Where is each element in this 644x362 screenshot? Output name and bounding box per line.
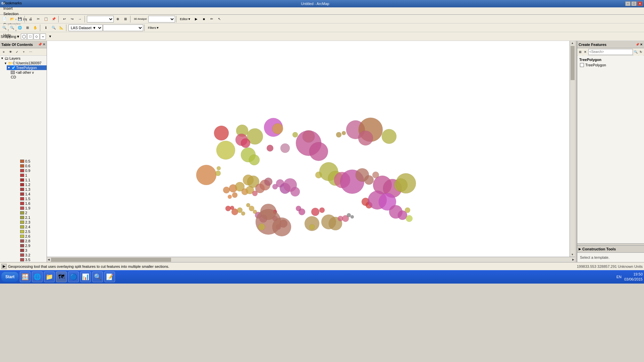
play-button[interactable]: ▶ <box>193 15 200 23</box>
toc-value-1.9[interactable]: 1.9 <box>10 206 47 210</box>
toc-add-layer[interactable]: + <box>21 49 27 55</box>
toc-value-3.2[interactable]: 3.2 <box>10 253 47 257</box>
taskbar-explorer-icon[interactable]: 🪟 <box>20 272 31 282</box>
copy-button[interactable]: 📋 <box>42 15 50 23</box>
identify-button[interactable]: ℹ <box>42 24 50 32</box>
toc-cd-item[interactable]: CD <box>10 75 47 79</box>
map-scrollbar-vertical[interactable]: ▲ ▼ <box>570 41 575 257</box>
toc-value-2.9[interactable]: 2.9 <box>10 243 47 248</box>
toc-all-other[interactable]: <all other v <box>10 70 47 75</box>
minimize-button[interactable]: − <box>625 1 631 6</box>
undo-button[interactable]: ↩ <box>61 15 68 23</box>
redo-button[interactable]: ↪ <box>68 15 76 23</box>
layer-expand[interactable]: ▼ <box>7 66 11 69</box>
snap-btn-4[interactable]: ∘ <box>40 34 46 40</box>
save-button[interactable]: 💾 <box>16 15 23 23</box>
filters-button[interactable]: Filters▼ <box>147 24 160 32</box>
cf-tool-2[interactable]: ✕ <box>583 48 588 56</box>
scroll-left-arrow[interactable]: ◀ <box>47 258 50 261</box>
3d-analyst-dropdown[interactable] <box>148 16 175 22</box>
scale-dropdown[interactable] <box>87 16 114 22</box>
close-button[interactable]: ✕ <box>637 1 643 6</box>
toc-value-0.6[interactable]: 0.6 <box>10 164 47 168</box>
menu-item-insert[interactable]: Insert <box>1 6 31 11</box>
statusbar-toggle[interactable]: ▶ <box>1 264 7 269</box>
start-button[interactable]: Start <box>1 272 18 282</box>
snap-btn-3[interactable]: ◇ <box>34 34 40 40</box>
toc-value-1.1[interactable]: 1.1 <box>10 178 47 182</box>
toc-value-0.5[interactable]: 0.5 <box>10 159 47 164</box>
taskbar-chrome-icon[interactable]: 🔵 <box>68 272 79 282</box>
toc-layer-treepoly[interactable]: ▼ TreePolygon <box>7 65 47 70</box>
las-dataset-dropdown[interactable]: LAS Dataset ▼ <box>68 24 103 31</box>
toc-list-all[interactable]: ≡ <box>1 49 7 55</box>
editor-button[interactable]: Editor▼ <box>178 15 192 23</box>
toc-value-3.5[interactable]: 3.5 <box>10 257 47 262</box>
map-scrollbar-horizontal[interactable]: ◀ ▶ <box>47 257 575 262</box>
scroll-down-arrow[interactable]: ▼ <box>571 252 575 257</box>
toc-list-sel[interactable]: ✓ <box>14 49 20 55</box>
find-button[interactable]: 🔍 <box>50 24 57 32</box>
zoom-extent[interactable]: ⊞ <box>122 15 129 23</box>
map-container[interactable] <box>47 41 570 257</box>
toc-value-1.4[interactable]: 1.4 <box>10 192 47 196</box>
toc-value-1.6[interactable]: 1.6 <box>10 201 47 206</box>
menu-item-bookmarks[interactable]: Bookmarks <box>1 0 31 6</box>
taskbar-ie-icon[interactable]: 🌐 <box>32 272 43 282</box>
toc-close-button[interactable]: ✕ <box>43 43 45 46</box>
cf-search-button[interactable]: 🔍 <box>634 48 638 56</box>
taskbar-notes-icon[interactable]: 📝 <box>104 272 115 282</box>
pan-button[interactable]: ✋ <box>32 24 39 32</box>
maximize-button[interactable]: □ <box>631 1 637 6</box>
scroll-up-arrow[interactable]: ▲ <box>571 41 575 45</box>
3d-analyst-icon[interactable]: 3D Analyst <box>132 15 148 23</box>
cf-pin-button[interactable]: 📌 <box>636 43 639 46</box>
toc-value-2.5[interactable]: 2.5 <box>10 229 47 234</box>
toc-value-1.2[interactable]: 1.2 <box>10 182 47 187</box>
toc-more[interactable]: ⋯ <box>28 49 34 55</box>
snap-down[interactable]: ▼ <box>46 33 54 40</box>
zoom-full[interactable]: ⊕ <box>114 15 121 23</box>
toc-value-1.5[interactable]: 1.5 <box>10 196 47 201</box>
toc-value-2[interactable]: 2 <box>10 210 47 215</box>
snap-btn-1[interactable]: ◯ <box>21 34 27 40</box>
pencil-button[interactable]: ✏ <box>208 15 215 23</box>
toc-value-1[interactable]: 1 <box>10 173 47 178</box>
measure-button[interactable]: 📐 <box>58 24 65 32</box>
zoom-in-button[interactable]: 🔍 <box>1 24 8 32</box>
toc-layers-root[interactable]: ▼ 🗂 Layers <box>0 56 47 61</box>
cf-sub-item-treepoly[interactable]: TreePolygon <box>579 62 643 68</box>
cf-refresh-button[interactable]: ↻ <box>639 48 644 56</box>
snapping-label[interactable]: Snapping▼ <box>1 35 20 39</box>
open-button[interactable]: 📂 <box>8 15 16 23</box>
cf-close-button[interactable]: ✕ <box>640 43 643 46</box>
toc-value-2.8[interactable]: 2.8 <box>10 239 47 243</box>
toc-value-3[interactable]: 3 <box>10 248 47 253</box>
scroll-thumb-h[interactable] <box>51 258 171 262</box>
new-button[interactable]: 📄 <box>1 15 8 23</box>
globe-button[interactable]: 🌐 <box>16 24 23 32</box>
cf-search-input[interactable] <box>588 49 633 55</box>
toc-value-2.3[interactable]: 2.3 <box>10 220 47 225</box>
print-button[interactable]: 🖨 <box>27 15 34 23</box>
layer-visibility-checkbox[interactable] <box>11 66 15 70</box>
toc-value-2.6[interactable]: 2.6 <box>10 234 47 239</box>
taskbar-arcmap-icon[interactable]: 🗺 <box>56 272 67 282</box>
paste-button[interactable]: 📌 <box>50 15 57 23</box>
taskbar-excel-icon[interactable]: 📊 <box>80 272 91 282</box>
select-tool[interactable]: ↖ <box>216 15 223 23</box>
taskbar-search-icon[interactable]: 🔍 <box>92 272 103 282</box>
toc-value-2.1[interactable]: 2.1 <box>10 215 47 220</box>
toc-pin-button[interactable]: 📌 <box>38 43 42 46</box>
toc-list-visible[interactable]: 👁 <box>7 49 13 55</box>
extent-button[interactable]: ⊞ <box>24 24 31 32</box>
toc-value-2.4[interactable]: 2.4 <box>10 225 47 229</box>
ct-expand-icon[interactable]: ▶ <box>579 247 581 251</box>
scroll-thumb-v[interactable] <box>571 46 575 80</box>
layers-expand[interactable]: ▼ <box>1 57 5 60</box>
toc-folder-item[interactable]: ▼ 📁 C:\Users\s1360097 <box>3 61 47 65</box>
toc-value-0.9[interactable]: 0.9 <box>10 168 47 173</box>
toc-value-1.3[interactable]: 1.3 <box>10 187 47 192</box>
zoom-out-button[interactable]: 🔍 <box>8 24 16 32</box>
cf-tool-1[interactable]: ⊞ <box>578 48 583 56</box>
